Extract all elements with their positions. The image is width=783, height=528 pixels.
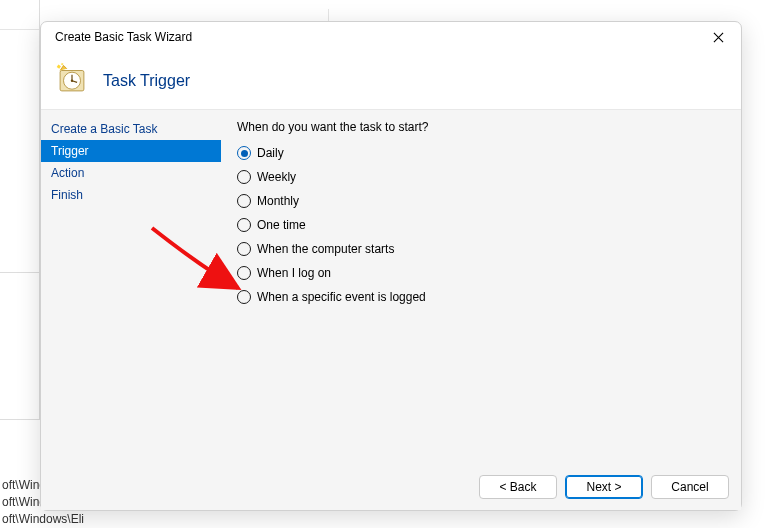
close-button[interactable] <box>703 25 733 49</box>
option-when-i-log-on[interactable]: When I log on <box>237 266 725 280</box>
svg-point-4 <box>71 79 73 81</box>
option-label: Weekly <box>257 170 296 184</box>
step-list: Create a Basic Task Trigger Action Finis… <box>41 110 221 464</box>
option-label: Daily <box>257 146 284 160</box>
radio-icon <box>237 218 251 232</box>
option-specific-event[interactable]: When a specific event is logged <box>237 290 725 304</box>
step-finish[interactable]: Finish <box>41 184 221 206</box>
step-trigger[interactable]: Trigger <box>41 140 221 162</box>
option-label: When I log on <box>257 266 331 280</box>
radio-icon <box>237 146 251 160</box>
radio-icon <box>237 194 251 208</box>
option-label: When a specific event is logged <box>257 290 426 304</box>
window-title: Create Basic Task Wizard <box>55 30 703 44</box>
wizard-body: Create a Basic Task Trigger Action Finis… <box>41 110 741 464</box>
radio-icon <box>237 266 251 280</box>
wizard-footer: < Back Next > Cancel <box>41 464 741 510</box>
radio-icon <box>237 242 251 256</box>
content-pane: When do you want the task to start? Dail… <box>221 110 741 464</box>
bg-row: oft\Windows\Eli <box>2 511 118 528</box>
trigger-question: When do you want the task to start? <box>237 120 725 134</box>
cancel-button[interactable]: Cancel <box>651 475 729 499</box>
next-button[interactable]: Next > <box>565 475 643 499</box>
wizard-dialog: Create Basic Task Wizard Task Trigger Cr… <box>40 21 742 511</box>
titlebar: Create Basic Task Wizard <box>41 22 741 52</box>
clock-icon <box>55 62 93 100</box>
radio-icon <box>237 170 251 184</box>
wizard-header: Task Trigger <box>41 52 741 110</box>
close-icon <box>713 32 724 43</box>
radio-icon <box>237 290 251 304</box>
back-button[interactable]: < Back <box>479 475 557 499</box>
option-one-time[interactable]: One time <box>237 218 725 232</box>
option-weekly[interactable]: Weekly <box>237 170 725 184</box>
step-create-basic-task[interactable]: Create a Basic Task <box>41 118 221 140</box>
trigger-options: Daily Weekly Monthly One time When the c… <box>237 146 725 304</box>
option-when-computer-starts[interactable]: When the computer starts <box>237 242 725 256</box>
option-daily[interactable]: Daily <box>237 146 725 160</box>
option-label: When the computer starts <box>257 242 394 256</box>
option-monthly[interactable]: Monthly <box>237 194 725 208</box>
option-label: One time <box>257 218 306 232</box>
step-action[interactable]: Action <box>41 162 221 184</box>
page-title: Task Trigger <box>103 72 190 90</box>
option-label: Monthly <box>257 194 299 208</box>
